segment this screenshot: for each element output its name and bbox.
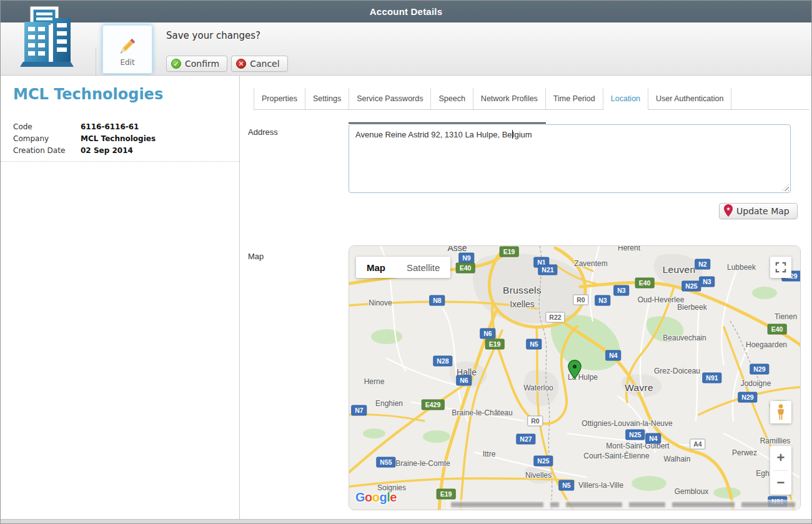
map-city-label: Perwez xyxy=(732,448,757,457)
fullscreen-button[interactable] xyxy=(770,257,791,278)
address-input[interactable]: Avenue Reine Astrid 92, 1310 La Hulpe, B… xyxy=(349,124,791,193)
map-road-badge: N5 xyxy=(558,480,574,491)
tab-speech[interactable]: Speech xyxy=(431,88,473,109)
map-pin-icon: ★ xyxy=(724,204,733,219)
tab-location[interactable]: Location xyxy=(603,88,648,110)
map-city-label: Braine-le-Comte xyxy=(395,459,450,468)
zoom-out-button[interactable]: − xyxy=(770,471,791,495)
map-city-label: Ninove xyxy=(369,299,392,307)
map-city-label: Court-Saint-Étienne xyxy=(583,452,649,460)
cancel-button[interactable]: ✕ Cancel xyxy=(231,56,287,72)
map-road-badge: N3 xyxy=(699,277,715,287)
map-road-badge: E19 xyxy=(500,247,519,257)
map-city-label: Villers-la-Ville xyxy=(578,481,623,490)
tab-network-profiles[interactable]: Network Profiles xyxy=(473,88,546,109)
map-city-label: Herent xyxy=(618,245,640,252)
tab-settings[interactable]: Settings xyxy=(305,88,349,109)
map-city-label: Waterloo xyxy=(523,383,553,392)
google-logo-letter: g xyxy=(380,490,387,504)
fullscreen-icon xyxy=(775,262,786,273)
toolbar: Edit Save your changes? ✓ Confirm ✕ Canc… xyxy=(1,22,811,76)
map-container[interactable]: AsseHerentZaventemLeuvenLubbeekBrusselsI… xyxy=(349,245,801,510)
map-road-badge: N3 xyxy=(613,285,629,296)
map-road-badge: N8 xyxy=(429,295,445,306)
tab-properties[interactable]: Properties xyxy=(254,88,305,109)
field-label: Creation Date xyxy=(13,146,81,155)
page-title: Account Details xyxy=(370,6,442,17)
resize-handle[interactable] xyxy=(782,184,789,191)
map-road-badge: E40 xyxy=(635,278,655,289)
account-name: MCL Technologies xyxy=(13,86,163,103)
tab-time-period[interactable]: Time Period xyxy=(546,88,603,109)
window-title-bar: Account Details xyxy=(1,1,811,22)
map-type-map[interactable]: Map xyxy=(356,257,396,278)
map-road-badge: N28 xyxy=(433,356,452,367)
confirm-label: Confirm xyxy=(185,59,219,69)
map-city-label: Egh xyxy=(756,469,769,478)
edit-label: Edit xyxy=(120,58,134,67)
google-logo-letter: o xyxy=(372,490,380,504)
map-road-badge: N3 xyxy=(595,295,610,306)
map-road-badge: R0 xyxy=(573,295,588,305)
map-city-label: Ittre xyxy=(483,450,496,458)
tab-bar: PropertiesSettingsService PasswordsSpeec… xyxy=(254,88,810,110)
account-field-row: Creation Date02 Sep 2014 xyxy=(13,144,156,156)
map-road-badge: N91 xyxy=(702,373,721,383)
attribution-blur[interactable] xyxy=(741,502,795,507)
account-field-row: Code6116-6116-61 xyxy=(13,121,156,132)
map-city-label: Ixelles xyxy=(510,299,535,309)
map-type-satellite[interactable]: Satellite xyxy=(396,257,450,278)
map-city-label: Enghien xyxy=(375,399,403,408)
map-city-label: Asse xyxy=(447,245,467,253)
sidebar: MCL Technologies Code6116-6116-61Company… xyxy=(1,76,240,519)
address-text-before: Avenue Reine Astrid 92, 1310 La Hulpe, B… xyxy=(355,130,512,139)
edit-button[interactable]: Edit xyxy=(102,25,152,74)
account-field-row: CompanyMCL Technologies xyxy=(13,132,156,144)
dark-strip xyxy=(349,122,546,124)
field-value: MCL Technologies xyxy=(81,134,156,143)
address-label: Address xyxy=(248,127,278,137)
pencil-icon xyxy=(117,32,138,56)
update-map-button[interactable]: ★ Update Map xyxy=(719,203,798,219)
map-city-label: Tienen xyxy=(775,312,797,321)
map-road-badge: N29 xyxy=(750,364,769,375)
map-city-label: Beauvechain xyxy=(663,334,706,342)
google-logo[interactable]: Google xyxy=(355,490,397,505)
content-panel: PropertiesSettingsService PasswordsSpeec… xyxy=(240,76,811,519)
map-road-badge: E19 xyxy=(485,339,505,350)
map-road-badge: N25 xyxy=(681,281,701,292)
map-city-label: Nivelles xyxy=(525,471,552,480)
address-text-after: lgium xyxy=(513,130,532,139)
field-label: Code xyxy=(13,122,81,131)
pegman-button[interactable] xyxy=(770,401,791,423)
attribution-blur[interactable] xyxy=(672,502,735,507)
account-details-window: Account Details Edit Save your changes? … xyxy=(0,0,812,524)
tab-user-authentication[interactable]: User Authentication xyxy=(648,88,731,109)
map-city-label: Braine-le-Château xyxy=(452,408,512,417)
map-road-badge: E40 xyxy=(456,263,475,274)
location-marker-icon[interactable] xyxy=(568,360,582,382)
zoom-control: + − xyxy=(770,446,791,495)
map-road-badge: N27 xyxy=(516,434,535,445)
map-road-badge: N4 xyxy=(645,433,661,444)
attribution-blur[interactable] xyxy=(629,502,665,507)
map-road-badge: N25 xyxy=(533,456,553,467)
map-road-badge: A4 xyxy=(690,439,705,450)
account-fields: Code6116-6116-61CompanyMCL TechnologiesC… xyxy=(13,121,156,156)
map-city-label: Hoegaarden xyxy=(746,340,787,349)
window-bottom-edge xyxy=(1,519,811,523)
map-city-label: Gembloux xyxy=(675,487,709,496)
attribution-blur xyxy=(451,502,543,507)
google-logo-letter: o xyxy=(365,490,372,504)
map-city-label: Ramillies xyxy=(760,437,791,445)
zoom-in-button[interactable]: + xyxy=(770,446,791,470)
check-icon: ✓ xyxy=(171,59,181,69)
map-road-badge: N5 xyxy=(526,339,542,350)
map-road-badge: N6 xyxy=(480,329,495,339)
map-road-badge: N2 xyxy=(695,259,710,270)
attribution-blur xyxy=(550,502,559,507)
map-section-label: Map xyxy=(248,252,264,261)
confirm-button[interactable]: ✓ Confirm xyxy=(166,56,227,72)
tab-service-passwords[interactable]: Service Passwords xyxy=(349,88,431,109)
map-road-badge: N55 xyxy=(376,457,395,468)
